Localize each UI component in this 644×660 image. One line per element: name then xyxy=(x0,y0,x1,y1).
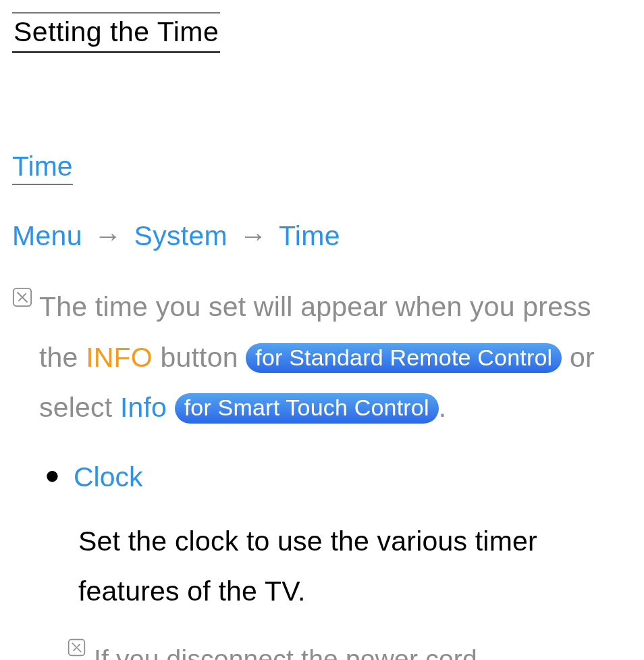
info-select-label: Info xyxy=(120,392,167,423)
breadcrumb-system: System xyxy=(134,220,227,251)
arrow-icon: → xyxy=(240,220,267,251)
note-icon xyxy=(12,287,32,310)
note-block-secondary: If you disconnect the power cord, xyxy=(12,636,632,660)
bullet-body: Set the clock to use the various timer f… xyxy=(78,516,632,617)
note-text: The time you set will appear when you pr… xyxy=(39,282,632,433)
title-block: Setting the Time xyxy=(12,12,220,53)
svg-line-6 xyxy=(73,648,76,651)
note-icon xyxy=(68,638,86,659)
breadcrumb: Menu → System → Time xyxy=(12,220,632,252)
bullet-label: Clock xyxy=(74,461,143,493)
manual-page: Setting the Time Time Menu → System → Ti… xyxy=(0,0,644,660)
pill-standard-remote: for Standard Remote Control xyxy=(246,343,562,374)
note-period: . xyxy=(439,392,447,423)
note-block: The time you set will appear when you pr… xyxy=(12,282,632,433)
arrow-icon: → xyxy=(94,220,122,251)
section-heading-row: Time xyxy=(12,151,632,185)
bullet-row: ● Clock xyxy=(12,461,632,493)
section-heading: Time xyxy=(12,151,73,185)
svg-line-3 xyxy=(23,293,26,297)
breadcrumb-time: Time xyxy=(279,220,340,251)
pill-smart-touch: for Smart Touch Control xyxy=(175,393,439,424)
breadcrumb-menu: Menu xyxy=(12,220,82,251)
svg-line-7 xyxy=(77,644,80,646)
page-title: Setting the Time xyxy=(12,14,220,53)
bullet-dot-icon: ● xyxy=(45,461,60,490)
note-part2: button xyxy=(153,342,246,373)
info-button-label: INFO xyxy=(86,342,153,373)
svg-line-2 xyxy=(18,298,22,301)
note-text-secondary: If you disconnect the power cord, xyxy=(94,636,485,660)
